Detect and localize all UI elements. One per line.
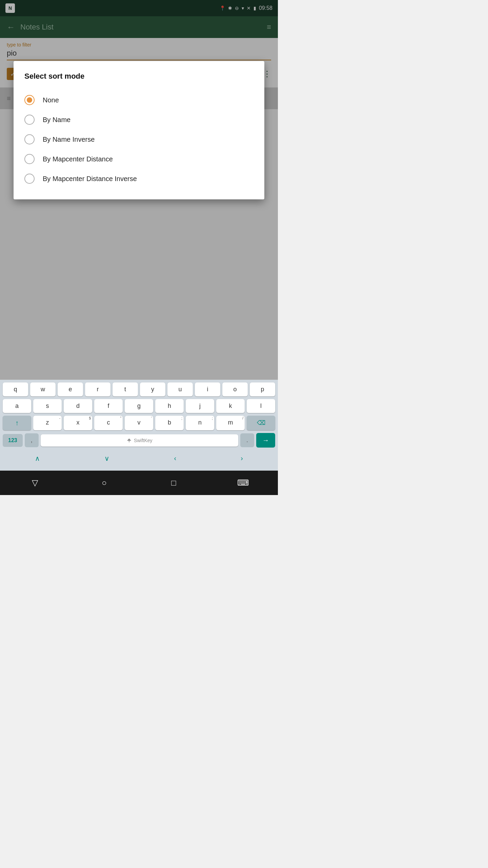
key-y[interactable]: y xyxy=(140,382,165,396)
swiftkey-label: SwiftKey xyxy=(134,438,152,443)
key-c[interactable]: c" xyxy=(94,416,123,430)
key-t[interactable]: t xyxy=(113,382,138,396)
radio-circle-by-mapcenter-distance xyxy=(24,154,35,164)
key-e[interactable]: e xyxy=(58,382,83,396)
key-space[interactable]: SwiftKey xyxy=(41,434,238,447)
key-a[interactable]: a xyxy=(3,399,31,413)
nav-right-key[interactable]: › xyxy=(232,452,251,465)
key-d[interactable]: d xyxy=(64,399,92,413)
dialog-title: Select sort mode xyxy=(24,72,256,81)
radio-circle-by-name-inverse xyxy=(24,134,35,144)
keyboard-nav-button[interactable]: ⌨ xyxy=(233,473,253,493)
back-nav-button[interactable]: ▽ xyxy=(25,473,45,493)
radio-circle-none xyxy=(24,95,35,105)
keyboard: q w e r t y u i o p a s d f g h j k l ↑ … xyxy=(0,380,278,471)
key-u[interactable]: u xyxy=(167,382,193,396)
keyboard-row-1: q w e r t y u i o p xyxy=(0,382,278,396)
key-p[interactable]: p xyxy=(250,382,275,396)
radio-label-by-name-inverse: By Name Inverse xyxy=(43,136,95,143)
radio-label-none: None xyxy=(43,96,59,104)
radio-by-name[interactable]: By Name xyxy=(24,110,256,130)
key-s[interactable]: s xyxy=(33,399,62,413)
key-m[interactable]: m/ xyxy=(216,416,245,430)
key-h[interactable]: h xyxy=(155,399,184,413)
keyboard-bottom-row: 123 , SwiftKey . → xyxy=(0,433,278,448)
keyboard-row-2: a s d f g h j k l xyxy=(0,399,278,413)
home-nav-button[interactable]: ○ xyxy=(94,473,115,493)
key-n[interactable]: n; xyxy=(186,416,214,430)
key-v[interactable]: v' xyxy=(125,416,153,430)
nav-left-key[interactable]: ‹ xyxy=(166,452,184,465)
sort-mode-dialog: Select sort mode None By Name By Name In… xyxy=(14,61,264,199)
radio-by-mapcenter-distance-inverse[interactable]: By Mapcenter Distance Inverse xyxy=(24,169,256,189)
keyboard-row-3: ↑ z- x$ c" v' b; n; m/ ⌫ xyxy=(0,416,278,430)
nav-up-key[interactable]: ∧ xyxy=(27,452,48,465)
key-f[interactable]: f xyxy=(94,399,123,413)
nav-bar: ▽ ○ □ ⌨ xyxy=(0,471,278,495)
radio-by-mapcenter-distance[interactable]: By Mapcenter Distance xyxy=(24,149,256,169)
key-r[interactable]: r xyxy=(85,382,110,396)
key-enter[interactable]: → xyxy=(256,433,275,448)
radio-circle-by-name xyxy=(24,115,35,125)
key-j[interactable]: j xyxy=(186,399,214,413)
key-123[interactable]: 123 xyxy=(3,434,23,447)
radio-label-by-mapcenter-distance: By Mapcenter Distance xyxy=(43,155,113,163)
key-q[interactable]: q xyxy=(3,382,28,396)
radio-none[interactable]: None xyxy=(24,90,256,110)
key-x[interactable]: x$ xyxy=(64,416,92,430)
key-g[interactable]: g xyxy=(125,399,153,413)
key-comma[interactable]: , xyxy=(25,433,39,447)
radio-inner-none xyxy=(27,97,32,103)
keyboard-nav-row: ∧ ∨ ‹ › xyxy=(0,449,278,468)
key-period[interactable]: . xyxy=(240,433,254,447)
key-b[interactable]: b; xyxy=(155,416,184,430)
key-z[interactable]: z- xyxy=(33,416,62,430)
radio-by-name-inverse[interactable]: By Name Inverse xyxy=(24,130,256,149)
key-w[interactable]: w xyxy=(30,382,56,396)
key-l[interactable]: l xyxy=(247,399,275,413)
key-i[interactable]: i xyxy=(195,382,220,396)
radio-label-by-name: By Name xyxy=(43,116,70,124)
backspace-key[interactable]: ⌫ xyxy=(247,416,275,430)
nav-down-key[interactable]: ∨ xyxy=(96,452,118,465)
key-o[interactable]: o xyxy=(222,382,248,396)
recents-nav-button[interactable]: □ xyxy=(164,473,184,493)
shift-key[interactable]: ↑ xyxy=(3,416,31,430)
key-k[interactable]: k xyxy=(216,399,245,413)
radio-circle-by-mapcenter-distance-inverse xyxy=(24,174,35,184)
radio-label-by-mapcenter-distance-inverse: By Mapcenter Distance Inverse xyxy=(43,175,137,183)
